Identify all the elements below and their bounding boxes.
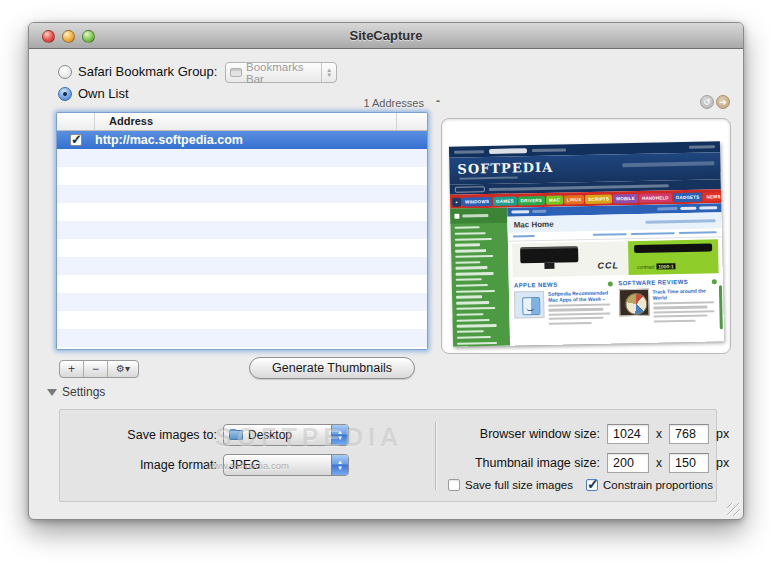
banner-monitor-area: CCL	[512, 241, 629, 277]
apple-news-heading: APPLE NEWS	[514, 282, 558, 289]
address-table-header[interactable]: Address	[57, 113, 427, 131]
site-nav-chip: DRIVERS	[517, 195, 545, 205]
site-logo-area: SOFTPEDIA	[449, 152, 721, 185]
checkbox-column-header[interactable]	[57, 113, 95, 130]
remove-address-button[interactable]: −	[84, 361, 108, 377]
site-software-reviews-column: SOFTWARE REVIEWS Track Time around the W…	[618, 278, 718, 340]
image-format-label: Image format:	[95, 458, 217, 472]
x-separator: x	[656, 456, 662, 470]
title-bar[interactable]: SiteCapture	[29, 23, 743, 49]
article-title: Softpedia Recommended Mac Apps of the We…	[548, 289, 613, 302]
app-window: SiteCapture Safari Bookmark Group: Bookm…	[28, 22, 744, 520]
save-full-size-label: Save full size images	[465, 479, 573, 491]
software-reviews-heading: SOFTWARE REVIEWS	[618, 279, 688, 286]
radio-row-bookmark-group: Safari Bookmark Group:	[58, 64, 217, 79]
thumbnail-height-field[interactable]: 150	[669, 453, 709, 473]
site-sidebar	[450, 208, 510, 347]
generate-thumbnails-button[interactable]: Generate Thumbnails	[249, 357, 415, 379]
address-table-body[interactable]: http://mac.softpedia.com	[57, 131, 427, 349]
arrow-right-icon: ➜	[719, 97, 727, 107]
rotate-icon: ↺	[703, 97, 711, 107]
gear-menu-button[interactable]: ⚙▾	[108, 361, 138, 377]
site-nav-chip: NEWS	[703, 192, 721, 201]
banner-contrast-text: contrast 1000:1	[637, 263, 676, 270]
site-nav-chip: HANDHELD	[639, 193, 672, 203]
settings-label: Settings	[62, 385, 105, 399]
article-text-skeleton	[548, 303, 613, 324]
preview-status-dash: -	[436, 94, 440, 108]
monitor-graphic	[520, 246, 578, 263]
px-unit: px	[716, 456, 729, 470]
site-nav-chip: SCRIPTS	[585, 194, 612, 204]
site-page-title: Mac Home	[513, 219, 553, 229]
scrollbar-column-header	[397, 113, 427, 130]
site-nav-chip: GADGETS	[673, 192, 703, 202]
settings-panel: Save images to: Desktop ▲▼ Image format:…	[59, 409, 717, 502]
site-nav-chip: LINUX	[564, 195, 585, 204]
bookmark-group-popup[interactable]: Bookmarks Bar ▲▼	[225, 62, 337, 83]
popup-arrows-icon: ▲▼	[331, 455, 348, 475]
settings-disclosure[interactable]: Settings	[47, 385, 105, 399]
addresses-count: 1 Addresses	[279, 97, 424, 109]
resize-grip[interactable]	[727, 503, 740, 516]
constrain-proportions-checkbox[interactable]	[586, 479, 598, 491]
thumbnail-preview-pane: SOFTPEDIA +WINDOWSGAMESDRIVERSMACLINUXSC…	[441, 118, 731, 354]
site-nav-chip: GAMES	[493, 196, 517, 205]
site-nav-chip: WINDOWS	[462, 196, 492, 206]
list-edit-buttons: + − ⚙▾	[59, 360, 139, 378]
rss-icon	[712, 279, 717, 284]
image-format-value: JPEG	[229, 458, 260, 472]
popup-arrows-icon: ▲▼	[331, 425, 348, 445]
save-to-label: Save images to:	[95, 428, 217, 442]
address-table[interactable]: Address http://mac.softpedia.com	[56, 112, 428, 350]
image-format-popup[interactable]: JPEG ▲▼	[223, 454, 349, 476]
rss-icon	[607, 281, 612, 286]
site-ad-banner: CCL contrast 1000:1	[512, 239, 719, 277]
browser-height-field[interactable]: 768	[669, 424, 709, 444]
save-to-value: Desktop	[248, 428, 292, 442]
site-nav-chip: +	[452, 197, 461, 206]
settings-divider	[435, 422, 436, 490]
site-sidebar-links	[451, 223, 511, 348]
save-full-size-checkbox[interactable]	[448, 479, 460, 491]
thumbnail-size-label: Thumbnail image size:	[448, 456, 600, 470]
address-column-header[interactable]: Address	[95, 113, 397, 130]
px-unit: px	[716, 427, 729, 441]
bookmarks-bar-icon	[230, 68, 242, 77]
safari-bookmark-group-label: Safari Bookmark Group:	[78, 64, 217, 79]
window-title: SiteCapture	[29, 28, 743, 43]
safari-bookmark-group-radio[interactable]	[58, 65, 72, 79]
own-list-radio[interactable]	[58, 87, 72, 101]
x-separator: x	[656, 427, 662, 441]
table-row[interactable]: http://mac.softpedia.com	[57, 131, 427, 149]
thumbnail-width-field[interactable]: 200	[607, 453, 649, 473]
row-checkbox[interactable]	[70, 134, 82, 146]
browser-width-field[interactable]: 1024	[607, 424, 649, 444]
browser-size-label: Browser window size:	[448, 427, 600, 441]
constrain-proportions-label: Constrain proportions	[603, 479, 713, 491]
site-apple-news-column: APPLE NEWS Softpedia Recommended Mac App…	[514, 280, 614, 342]
site-nav-chip: MOBILE	[613, 193, 638, 203]
add-address-button[interactable]: +	[60, 361, 84, 377]
forward-button[interactable]: ➜	[716, 95, 730, 109]
article-title: Track Time around the World	[652, 287, 717, 300]
folder-icon	[229, 430, 243, 440]
article-text-skeleton	[653, 301, 718, 322]
site-logo-text: SOFTPEDIA	[457, 160, 553, 177]
row-address: http://mac.softpedia.com	[95, 133, 243, 147]
bookmark-group-value: Bookmarks Bar	[246, 61, 317, 85]
finder-icon-image	[514, 291, 545, 319]
rotate-back-button[interactable]: ↺	[700, 95, 714, 109]
site-nav-chip: MAC	[546, 195, 563, 204]
disclosure-triangle-icon	[47, 389, 57, 396]
popup-stepper-icon: ▲▼	[321, 63, 336, 82]
own-list-label: Own List	[78, 86, 129, 101]
site-column-scrollbar	[719, 285, 723, 329]
banner-green-area: contrast 1000:1	[628, 239, 718, 275]
site-sidebar-badge	[450, 208, 507, 224]
save-to-popup[interactable]: Desktop ▲▼	[223, 424, 349, 446]
clock-image	[618, 289, 649, 317]
site-thumbnail: SOFTPEDIA +WINDOWSGAMESDRIVERSMACLINUXSC…	[449, 141, 724, 347]
ccl-logo: CCL	[597, 260, 619, 270]
radio-row-own-list: Own List	[58, 86, 129, 101]
